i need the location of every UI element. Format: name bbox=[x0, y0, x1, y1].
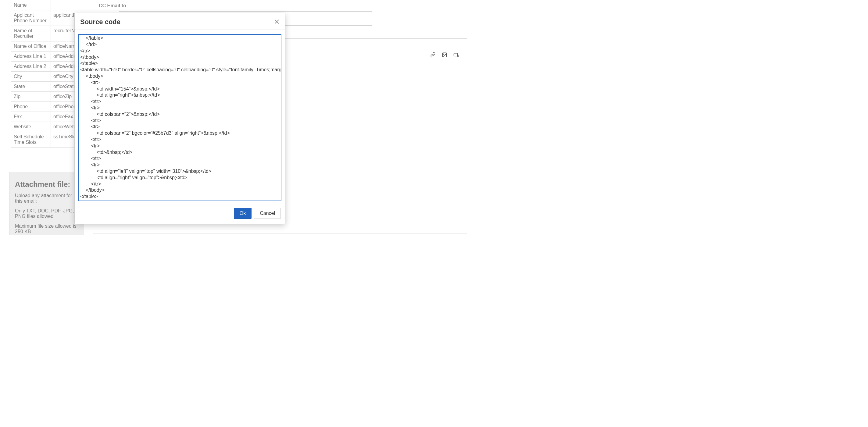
close-icon[interactable] bbox=[274, 18, 280, 26]
modal-title: Source code bbox=[80, 18, 120, 26]
ok-button[interactable]: Ok bbox=[234, 208, 251, 219]
source-code-modal: Source code Ok Cancel bbox=[74, 13, 285, 224]
source-code-textarea[interactable] bbox=[79, 34, 281, 201]
cancel-button[interactable]: Cancel bbox=[254, 208, 281, 219]
